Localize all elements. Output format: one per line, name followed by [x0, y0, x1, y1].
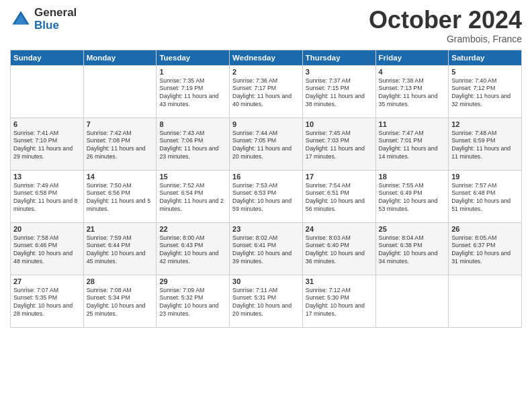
- day-number: 11: [379, 120, 446, 128]
- day-cell: 11Sunrise: 7:47 AM Sunset: 7:01 PM Dayli…: [375, 118, 449, 170]
- week-row-1: 6Sunrise: 7:41 AM Sunset: 7:10 PM Daylig…: [11, 118, 522, 170]
- day-detail: Sunrise: 7:43 AM Sunset: 7:06 PM Dayligh…: [159, 130, 226, 162]
- day-cell: 31Sunrise: 7:12 AM Sunset: 5:30 PM Dayli…: [302, 275, 375, 327]
- day-number: 4: [379, 68, 446, 76]
- day-cell: 29Sunrise: 7:09 AM Sunset: 5:32 PM Dayli…: [157, 275, 230, 327]
- day-cell: 22Sunrise: 8:00 AM Sunset: 6:43 PM Dayli…: [157, 222, 230, 275]
- day-detail: Sunrise: 8:00 AM Sunset: 6:43 PM Dayligh…: [159, 234, 226, 267]
- day-cell: 25Sunrise: 8:04 AM Sunset: 6:38 PM Dayli…: [375, 222, 449, 275]
- day-detail: Sunrise: 7:11 AM Sunset: 5:31 PM Dayligh…: [232, 287, 300, 319]
- day-number: 30: [232, 277, 300, 285]
- logo-general-text: General: [34, 7, 77, 19]
- day-cell: 2Sunrise: 7:36 AM Sunset: 7:17 PM Daylig…: [230, 65, 303, 118]
- day-detail: Sunrise: 7:07 AM Sunset: 5:35 PM Dayligh…: [13, 287, 81, 319]
- day-detail: Sunrise: 7:41 AM Sunset: 7:10 PM Dayligh…: [13, 130, 81, 162]
- day-number: 21: [87, 225, 154, 233]
- day-cell: 26Sunrise: 8:05 AM Sunset: 6:37 PM Dayli…: [449, 222, 522, 275]
- day-detail: Sunrise: 7:09 AM Sunset: 5:32 PM Dayligh…: [159, 287, 226, 319]
- day-number: 2: [232, 68, 300, 76]
- day-number: 8: [159, 120, 226, 128]
- day-cell: 23Sunrise: 8:02 AM Sunset: 6:41 PM Dayli…: [230, 222, 303, 275]
- day-cell: 8Sunrise: 7:43 AM Sunset: 7:06 PM Daylig…: [157, 118, 230, 170]
- col-wednesday: Wednesday: [230, 50, 303, 65]
- day-cell: 15Sunrise: 7:52 AM Sunset: 6:54 PM Dayli…: [157, 170, 230, 222]
- col-thursday: Thursday: [302, 50, 375, 65]
- day-number: 16: [232, 173, 300, 181]
- day-number: 3: [306, 68, 373, 76]
- day-cell: 1Sunrise: 7:35 AM Sunset: 7:19 PM Daylig…: [157, 65, 230, 118]
- header: General Blue October 2024 Grambois, Fran…: [10, 7, 522, 44]
- day-number: 23: [232, 225, 300, 233]
- day-cell: 12Sunrise: 7:48 AM Sunset: 6:59 PM Dayli…: [449, 118, 522, 170]
- day-cell: 4Sunrise: 7:38 AM Sunset: 7:13 PM Daylig…: [375, 65, 449, 118]
- col-friday: Friday: [375, 50, 449, 65]
- day-number: 27: [13, 277, 81, 285]
- week-row-4: 27Sunrise: 7:07 AM Sunset: 5:35 PM Dayli…: [11, 275, 522, 327]
- day-detail: Sunrise: 7:37 AM Sunset: 7:15 PM Dayligh…: [306, 77, 373, 109]
- day-number: 6: [13, 120, 81, 128]
- page: General Blue October 2024 Grambois, Fran…: [0, 0, 532, 411]
- day-number: 20: [13, 225, 81, 233]
- day-detail: Sunrise: 7:49 AM Sunset: 6:58 PM Dayligh…: [13, 182, 81, 214]
- day-cell: 3Sunrise: 7:37 AM Sunset: 7:15 PM Daylig…: [302, 65, 375, 118]
- day-cell: 16Sunrise: 7:53 AM Sunset: 6:53 PM Dayli…: [230, 170, 303, 222]
- day-detail: Sunrise: 8:03 AM Sunset: 6:40 PM Dayligh…: [306, 234, 373, 267]
- day-cell: [449, 275, 522, 327]
- day-detail: Sunrise: 7:55 AM Sunset: 6:49 PM Dayligh…: [379, 182, 446, 214]
- day-cell: 30Sunrise: 7:11 AM Sunset: 5:31 PM Dayli…: [230, 275, 303, 327]
- day-number: 1: [159, 68, 226, 76]
- logo-text: General Blue: [34, 7, 77, 32]
- day-detail: Sunrise: 8:05 AM Sunset: 6:37 PM Dayligh…: [451, 234, 519, 267]
- day-detail: Sunrise: 7:40 AM Sunset: 7:12 PM Dayligh…: [451, 77, 519, 109]
- day-cell: 27Sunrise: 7:07 AM Sunset: 5:35 PM Dayli…: [11, 275, 84, 327]
- week-row-0: 1Sunrise: 7:35 AM Sunset: 7:19 PM Daylig…: [11, 65, 522, 118]
- col-tuesday: Tuesday: [157, 50, 230, 65]
- day-number: 22: [159, 225, 226, 233]
- day-number: 17: [306, 173, 373, 181]
- day-number: 7: [87, 120, 154, 128]
- day-cell: 10Sunrise: 7:45 AM Sunset: 7:03 PM Dayli…: [302, 118, 375, 170]
- day-detail: Sunrise: 7:45 AM Sunset: 7:03 PM Dayligh…: [306, 130, 373, 162]
- month-title: October 2024: [369, 7, 522, 34]
- week-row-3: 20Sunrise: 7:58 AM Sunset: 6:46 PM Dayli…: [11, 222, 522, 275]
- day-cell: 6Sunrise: 7:41 AM Sunset: 7:10 PM Daylig…: [11, 118, 84, 170]
- day-number: 26: [451, 225, 519, 233]
- day-cell: 13Sunrise: 7:49 AM Sunset: 6:58 PM Dayli…: [11, 170, 84, 222]
- location-subtitle: Grambois, France: [369, 34, 522, 44]
- col-sunday: Sunday: [11, 50, 84, 65]
- day-cell: 17Sunrise: 7:54 AM Sunset: 6:51 PM Dayli…: [302, 170, 375, 222]
- day-cell: 7Sunrise: 7:42 AM Sunset: 7:08 PM Daylig…: [83, 118, 157, 170]
- day-number: 13: [13, 173, 81, 181]
- day-number: 29: [159, 277, 226, 285]
- day-number: 19: [451, 173, 519, 181]
- day-number: 24: [306, 225, 373, 233]
- day-detail: Sunrise: 7:57 AM Sunset: 6:48 PM Dayligh…: [451, 182, 519, 214]
- title-block: October 2024 Grambois, France: [369, 7, 522, 44]
- day-cell: 5Sunrise: 7:40 AM Sunset: 7:12 PM Daylig…: [449, 65, 522, 118]
- day-detail: Sunrise: 7:52 AM Sunset: 6:54 PM Dayligh…: [159, 182, 226, 214]
- day-number: 18: [379, 173, 446, 181]
- day-detail: Sunrise: 7:12 AM Sunset: 5:30 PM Dayligh…: [306, 287, 373, 319]
- day-detail: Sunrise: 7:58 AM Sunset: 6:46 PM Dayligh…: [13, 234, 81, 267]
- day-detail: Sunrise: 7:38 AM Sunset: 7:13 PM Dayligh…: [379, 77, 446, 109]
- header-row: Sunday Monday Tuesday Wednesday Thursday…: [11, 50, 522, 65]
- col-monday: Monday: [83, 50, 157, 65]
- day-number: 5: [451, 68, 519, 76]
- day-number: 31: [306, 277, 373, 285]
- day-detail: Sunrise: 7:36 AM Sunset: 7:17 PM Dayligh…: [232, 77, 300, 109]
- day-detail: Sunrise: 7:54 AM Sunset: 6:51 PM Dayligh…: [306, 182, 373, 214]
- day-cell: [11, 65, 84, 118]
- logo-blue-text: Blue: [34, 19, 77, 32]
- day-detail: Sunrise: 7:59 AM Sunset: 6:44 PM Dayligh…: [87, 234, 154, 267]
- calendar-table: Sunday Monday Tuesday Wednesday Thursday…: [10, 50, 522, 328]
- day-number: 10: [306, 120, 373, 128]
- day-cell: [375, 275, 449, 327]
- day-cell: 18Sunrise: 7:55 AM Sunset: 6:49 PM Dayli…: [375, 170, 449, 222]
- day-detail: Sunrise: 8:04 AM Sunset: 6:38 PM Dayligh…: [379, 234, 446, 267]
- day-cell: 19Sunrise: 7:57 AM Sunset: 6:48 PM Dayli…: [449, 170, 522, 222]
- day-detail: Sunrise: 7:47 AM Sunset: 7:01 PM Dayligh…: [379, 130, 446, 162]
- day-cell: 28Sunrise: 7:08 AM Sunset: 5:34 PM Dayli…: [83, 275, 157, 327]
- day-number: 25: [379, 225, 446, 233]
- day-detail: Sunrise: 8:02 AM Sunset: 6:41 PM Dayligh…: [232, 234, 300, 267]
- day-detail: Sunrise: 7:53 AM Sunset: 6:53 PM Dayligh…: [232, 182, 300, 214]
